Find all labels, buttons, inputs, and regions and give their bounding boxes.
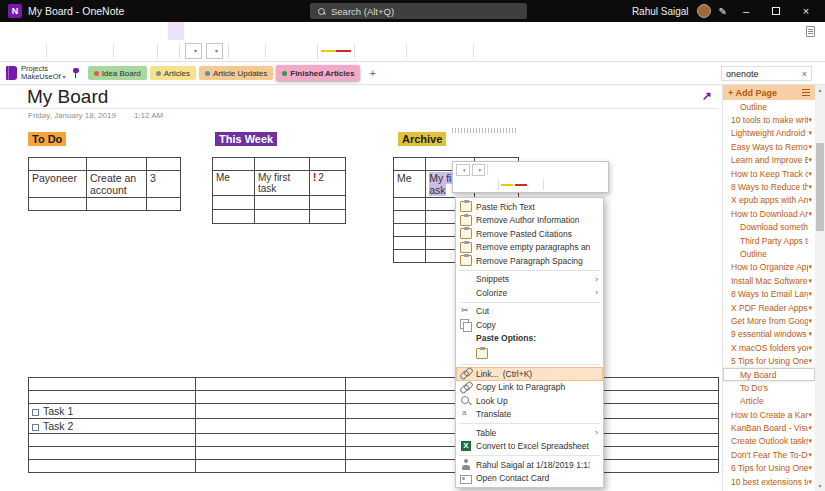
context-menu-item[interactable]: Translate ›	[456, 408, 603, 422]
table-cell[interactable]: !2	[310, 171, 346, 196]
minimize-button[interactable]: –	[735, 5, 757, 17]
page-list-item[interactable]: How to Keep Track of T ▾	[723, 167, 815, 180]
page-list-item[interactable]: X epub apps with Annot ▾	[723, 194, 815, 207]
page-list-item[interactable]: My Board ▾	[723, 368, 815, 381]
table-cell[interactable]	[213, 196, 255, 210]
feed-panel-icon[interactable]	[806, 26, 815, 37]
chevron-down-icon[interactable]: ▾	[808, 451, 812, 459]
table-cell[interactable]: Payoneer	[29, 171, 87, 198]
context-menu-item[interactable]: Remove Pasted Citations ›	[456, 227, 603, 241]
onenote-logo-icon[interactable]: N	[8, 4, 22, 18]
table-cell[interactable]	[87, 198, 147, 211]
table-cell[interactable]	[310, 196, 346, 210]
task-checkbox[interactable]	[32, 424, 39, 431]
menu-tab[interactable]	[40, 22, 56, 40]
chevron-down-icon[interactable]: ▾	[808, 183, 812, 191]
scrollbar-thumb[interactable]	[816, 143, 824, 231]
archive-label[interactable]: Archive	[398, 132, 446, 146]
table-cell[interactable]	[394, 237, 426, 250]
table-cell[interactable]	[29, 434, 196, 447]
context-menu-item[interactable]: Colorize ›	[456, 286, 603, 300]
add-section-button[interactable]: +	[365, 67, 379, 79]
chevron-down-icon[interactable]: ▾	[808, 156, 812, 164]
page-list-item[interactable]: Article ▾	[723, 395, 815, 408]
table-cell[interactable]: Task 2	[29, 419, 196, 434]
page-list-item[interactable]: Download something t ▾	[723, 221, 815, 234]
chevron-down-icon[interactable]: ▾	[808, 277, 812, 285]
chevron-down-icon[interactable]: ▾	[808, 437, 812, 445]
page-list-item[interactable]: To Do's ▾	[723, 381, 815, 394]
menu-tab[interactable]	[168, 22, 184, 40]
page-list-item[interactable]: Learn and Improve Engli ▾	[723, 154, 815, 167]
table-header-cell[interactable]	[255, 158, 310, 171]
expand-icon[interactable]: ↗	[702, 89, 712, 103]
table-cell[interactable]	[29, 391, 196, 404]
scrollbar[interactable]: ▴ ▾	[815, 85, 825, 491]
menu-tab[interactable]	[104, 22, 120, 40]
context-menu-item[interactable]: Link... (Ctrl+K) ›	[456, 367, 603, 381]
table-cell[interactable]: My first task	[255, 171, 310, 196]
page-list-item[interactable]: Create Outlook tasks in ▾	[723, 435, 815, 448]
context-menu-item[interactable]: Paste Options: ›	[456, 332, 603, 346]
chevron-down-icon[interactable]: ▾	[808, 116, 812, 124]
table-header-cell[interactable]	[29, 158, 87, 171]
page-list-item[interactable]: How to Create a Kanba ▾	[723, 408, 815, 421]
table-cell[interactable]	[394, 211, 426, 224]
page-list-item[interactable]: X PDF Reader Apps for ▾	[723, 301, 815, 314]
table-header-cell[interactable]	[213, 158, 255, 171]
pin-icon[interactable]	[72, 68, 80, 79]
page-list-item[interactable]: 6 Tips for Using OneNo ▾	[723, 462, 815, 475]
chevron-down-icon[interactable]: ▾	[808, 357, 812, 365]
section-tab[interactable]: Idea Board	[88, 66, 147, 80]
global-search-box[interactable]: Search (Alt+Q)	[310, 3, 527, 19]
menu-tab[interactable]	[8, 22, 24, 40]
page-list-item[interactable]: 8 Ways to Reduce the B ▾	[723, 180, 815, 193]
notebook-search-box[interactable]: onenote ×	[721, 66, 812, 81]
table-cell[interactable]	[255, 196, 310, 210]
context-menu-item[interactable]: Remove Paragraph Spacing ›	[456, 254, 603, 268]
context-menu-item[interactable]: ›	[456, 345, 603, 362]
menu-tab[interactable]	[72, 22, 88, 40]
mini-toolbar-button[interactable]	[472, 164, 486, 176]
page-list-item[interactable]: Install Mac Software fro ▾	[723, 274, 815, 287]
page-list-item[interactable]: 9 essential windows app ▾	[723, 328, 815, 341]
this-week-label[interactable]: This Week	[215, 132, 277, 146]
context-menu-item[interactable]: Look Up ›	[456, 394, 603, 408]
menu-tab[interactable]	[88, 22, 104, 40]
table-cell[interactable]	[29, 460, 196, 473]
page-list-item[interactable]: 5 Tips for Using OneNote a ▾	[723, 354, 815, 367]
table-cell[interactable]	[196, 419, 346, 434]
table-cell[interactable]: Task 1	[29, 404, 196, 419]
ribbon-icon[interactable]	[321, 50, 336, 52]
mini-toolbar-button[interactable]	[501, 184, 513, 186]
table-cell[interactable]	[255, 210, 310, 224]
notebook-switcher[interactable]: Projects MakeUseOf	[6, 65, 66, 81]
page-list-item[interactable]: Easy Ways to Remove Fr ▾	[723, 140, 815, 153]
table-cell[interactable]: 3	[147, 171, 181, 198]
ribbon-icon[interactable]	[185, 43, 202, 59]
page-canvas[interactable]: ↗ My Board Friday, January 18, 20191:12 …	[0, 85, 722, 491]
menu-tab[interactable]	[120, 22, 136, 40]
table-cell[interactable]: Create an account	[87, 171, 147, 198]
table-cell[interactable]	[196, 460, 346, 473]
context-menu-item[interactable]: Snippets ›	[456, 273, 603, 287]
table-cell[interactable]	[196, 391, 346, 404]
section-tab[interactable]: Article Updates	[199, 66, 273, 80]
chevron-down-icon[interactable]: ▾	[808, 210, 812, 218]
chevron-down-icon[interactable]: ▾	[808, 143, 812, 151]
scroll-up-icon[interactable]: ▴	[815, 85, 825, 95]
table-cell[interactable]	[394, 198, 426, 211]
page-list-item[interactable]: Outline ▾	[723, 247, 815, 260]
page-list-item[interactable]: 10 best extensions to en ▾	[723, 475, 815, 488]
table-cell[interactable]	[196, 404, 346, 419]
todo-label[interactable]: To Do	[28, 132, 66, 146]
table-cell[interactable]	[29, 447, 196, 460]
table-cell[interactable]	[196, 434, 346, 447]
ribbon-icon[interactable]	[336, 50, 351, 52]
context-menu-item[interactable]: Remove Author Information ›	[456, 214, 603, 228]
chevron-down-icon[interactable]: ▾	[808, 411, 812, 419]
page-list-item[interactable]: Third Party Apps that ▾	[723, 234, 815, 247]
page-list-item[interactable]: Outline ▾	[723, 100, 815, 113]
table-header-cell[interactable]	[147, 158, 181, 171]
page-list-item[interactable]: Don't Fear The To-Do Li ▾	[723, 448, 815, 461]
